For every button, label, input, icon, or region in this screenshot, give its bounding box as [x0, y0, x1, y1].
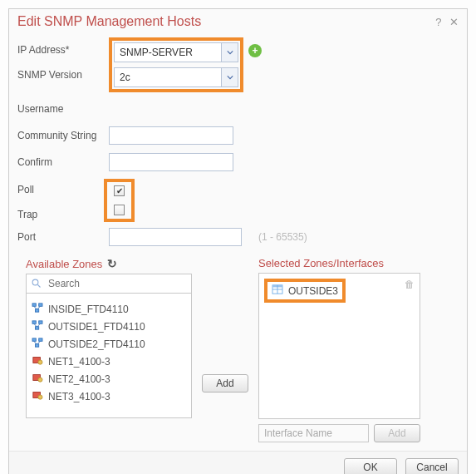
svg-rect-13	[39, 338, 42, 341]
svg-line-6	[37, 306, 40, 309]
net-icon	[32, 390, 43, 402]
community-input[interactable]	[109, 126, 233, 145]
poll-checkbox[interactable]: ✔	[114, 185, 125, 196]
svg-point-20	[38, 378, 42, 382]
zone-icon	[32, 320, 43, 333]
refresh-icon[interactable]: ↻	[107, 257, 117, 270]
username-label: Username	[17, 103, 109, 115]
available-zones-title: Available Zones	[26, 258, 102, 270]
poll-label: Poll	[17, 184, 109, 195]
ip-address-value: SNMP-SERVER	[115, 47, 221, 58]
available-zones-list[interactable]: INSIDE_FTD4110 OUTSIDE1_FTD4110 OUTSIDE2…	[26, 294, 192, 418]
snmp-version-label: SNMP Version	[17, 69, 109, 81]
chevron-down-icon[interactable]	[221, 68, 238, 86]
net-icon	[32, 355, 43, 368]
snmp-version-combo[interactable]: 2c	[114, 67, 238, 87]
dialog: Edit SNMP Management Hosts ? ✕ IP Addres…	[8, 8, 468, 474]
title-bar: Edit SNMP Management Hosts ? ✕	[9, 9, 467, 31]
list-item[interactable]: INSIDE_FTD4110	[32, 300, 186, 318]
svg-line-15	[34, 341, 37, 343]
snmp-version-value: 2c	[115, 72, 221, 83]
community-label: Community String	[17, 130, 109, 141]
svg-rect-12	[32, 338, 36, 341]
ip-address-label: IP Address*	[17, 44, 109, 56]
add-zone-button[interactable]: Add	[202, 374, 248, 393]
trap-label: Trap	[17, 209, 109, 220]
zone-search[interactable]	[26, 274, 192, 294]
svg-line-10	[34, 323, 37, 326]
confirm-input[interactable]	[109, 153, 233, 171]
confirm-label: Confirm	[17, 156, 109, 168]
ip-address-combo[interactable]: SNMP-SERVER	[114, 42, 238, 62]
selected-zones-list[interactable]: OUTSIDE3 🗑	[258, 273, 420, 419]
highlight-box-checkboxes: ✔	[104, 179, 135, 222]
ok-button[interactable]: OK	[344, 458, 397, 474]
port-input[interactable]	[109, 228, 242, 246]
add-interface-button[interactable]: Add	[374, 424, 420, 442]
svg-rect-4	[35, 309, 38, 312]
chevron-down-icon[interactable]	[221, 43, 238, 62]
list-item[interactable]: OUTSIDE1_FTD4110	[32, 318, 186, 335]
highlight-box-combos: SNMP-SERVER 2c	[109, 37, 243, 92]
interface-name-input[interactable]: Interface Name	[258, 424, 369, 442]
search-icon	[32, 279, 42, 289]
svg-rect-14	[35, 344, 38, 347]
zone-icon	[32, 338, 43, 350]
list-item[interactable]: NET1_4100-3	[32, 353, 186, 370]
svg-rect-8	[39, 321, 42, 323]
selected-zone-item[interactable]: OUTSIDE3	[264, 279, 346, 303]
form: IP Address* SNMP Version SNMP-SERVER 2c	[9, 31, 467, 247]
close-icon[interactable]: ✕	[449, 16, 459, 28]
svg-line-11	[37, 323, 40, 326]
zone-search-input[interactable]	[47, 277, 186, 290]
svg-point-18	[38, 360, 42, 364]
zone-icon	[32, 303, 43, 315]
svg-rect-2	[32, 304, 36, 306]
net-icon	[32, 373, 43, 385]
svg-point-22	[38, 395, 42, 399]
svg-line-1	[38, 285, 41, 288]
table-icon	[272, 284, 283, 297]
svg-point-0	[32, 279, 38, 285]
dialog-title: Edit SNMP Management Hosts	[17, 14, 201, 29]
svg-rect-7	[32, 321, 36, 323]
list-item[interactable]: OUTSIDE2_FTD4110	[32, 335, 186, 353]
list-item[interactable]: NET2_4100-3	[32, 370, 186, 388]
dialog-footer: OK Cancel	[9, 451, 467, 474]
trap-checkbox[interactable]	[114, 205, 125, 215]
port-label: Port	[17, 231, 109, 243]
svg-line-16	[37, 341, 40, 343]
port-hint: (1 - 65535)	[258, 231, 307, 243]
zones-area: Available Zones ↻ INSIDE_FTD4110 OUTSIDE…	[9, 254, 467, 451]
help-icon[interactable]: ?	[435, 16, 441, 28]
svg-rect-9	[35, 327, 38, 329]
cancel-button[interactable]: Cancel	[405, 458, 459, 474]
svg-rect-3	[39, 304, 42, 306]
list-item[interactable]: NET3_4100-3	[32, 388, 186, 405]
add-plus-icon[interactable]: +	[248, 44, 262, 57]
trash-icon[interactable]: 🗑	[405, 279, 415, 290]
svg-line-5	[34, 306, 37, 309]
selected-zones-title: Selected Zones/Interfaces	[258, 257, 384, 269]
